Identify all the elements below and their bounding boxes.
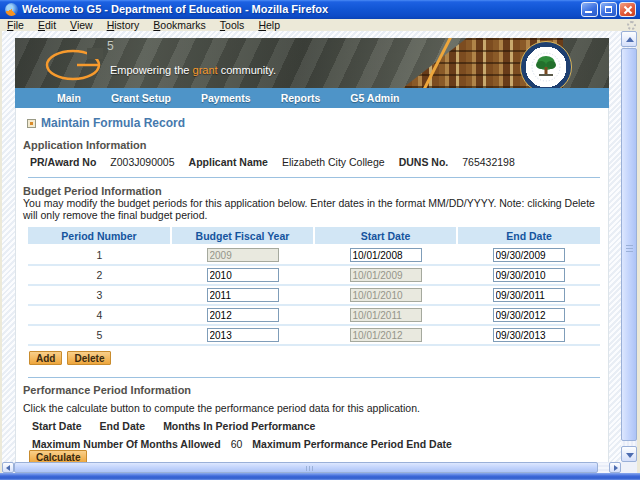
scroll-down-button[interactable] — [621, 446, 637, 462]
g5-logo-icon — [43, 46, 105, 82]
scroll-left-button[interactable] — [2, 462, 14, 473]
tagline-highlight: grant — [193, 64, 218, 76]
section-divider — [28, 377, 600, 378]
nav-main[interactable]: Main — [57, 92, 81, 104]
add-button[interactable]: Add — [29, 351, 62, 365]
end-date-input[interactable] — [493, 248, 565, 262]
performance-labels-row: Start Date End Date Months In Period Per… — [32, 420, 315, 432]
max-end-date-label: Maximum Performance Period End Date — [252, 438, 452, 450]
budget-fiscal-year-input-cell — [171, 265, 314, 285]
nav-grant-setup[interactable]: Grant Setup — [111, 92, 171, 104]
section-divider — [28, 177, 600, 178]
vertical-scrollbar[interactable] — [621, 31, 637, 462]
vertical-scrollbar-thumb[interactable] — [621, 48, 637, 441]
budget-fiscal-year-input[interactable] — [207, 288, 279, 302]
window-bottom-border — [0, 473, 640, 480]
tagline: Empowering the grant community. — [110, 64, 276, 76]
applicant-name-value: Elizabeth City College — [282, 156, 385, 168]
window-title: Welcome to G5 - Department of Education … — [22, 0, 581, 19]
end-date-input-cell — [457, 305, 600, 325]
end-date-input[interactable] — [493, 268, 565, 282]
minimize-button[interactable] — [581, 2, 598, 17]
page-viewport: 5 Empowering the grant community. Main G… — [2, 31, 621, 462]
nav-payments[interactable]: Payments — [201, 92, 251, 104]
browser-window: Welcome to G5 - Department of Education … — [0, 0, 640, 480]
period-number-cell: 2 — [28, 265, 171, 285]
restore-button[interactable] — [600, 2, 617, 17]
start-date-input — [350, 268, 422, 282]
close-button[interactable] — [619, 2, 636, 17]
window-controls — [581, 2, 636, 17]
period-number-cell: 4 — [28, 305, 171, 325]
throbber-icon — [627, 21, 636, 30]
page-content: Maintain Formula Record Application Info… — [15, 108, 609, 462]
g5-logo-sup: 5 — [107, 39, 114, 53]
budget-period-heading: Budget Period Information — [23, 185, 162, 197]
menu-history[interactable]: History — [100, 19, 147, 31]
menu-edit[interactable]: Edit — [31, 19, 63, 31]
nav-g5-admin[interactable]: G5 Admin — [350, 92, 399, 104]
budget-fiscal-year-input-cell — [171, 285, 314, 305]
duns-value: 765432198 — [462, 156, 515, 168]
start-date-input — [350, 328, 422, 342]
max-months-row: Maximum Number Of Months Allowed 60 Maxi… — [32, 438, 452, 450]
pr-award-value: Z003J090005 — [110, 156, 174, 168]
col-start-date: Start Date — [314, 227, 457, 245]
duns-label: DUNS No. — [399, 156, 449, 168]
period-number-cell: 1 — [28, 245, 171, 265]
scroll-right-button[interactable] — [609, 462, 621, 473]
table-row: 5 — [28, 325, 600, 345]
end-date-input[interactable] — [493, 308, 565, 322]
nav-bar: Main Grant Setup Payments Reports G5 Adm… — [15, 88, 609, 108]
application-info-row: PR/Award No Z003J090005 Applicant Name E… — [30, 156, 515, 168]
nav-reports[interactable]: Reports — [281, 92, 321, 104]
col-end-date: End Date — [457, 227, 600, 245]
start-date-input-cell — [314, 285, 457, 305]
title-bar: Welcome to G5 - Department of Education … — [0, 0, 640, 19]
horizontal-scrollbar-thumb[interactable] — [14, 462, 598, 473]
budget-fiscal-year-input[interactable] — [207, 328, 279, 342]
horizontal-scrollbar[interactable] — [2, 462, 621, 473]
budget-fiscal-year-input — [207, 248, 279, 262]
menu-bookmarks[interactable]: Bookmarks — [146, 19, 213, 31]
budget-buttons: Add Delete — [29, 351, 111, 365]
start-date-input-cell — [314, 325, 457, 345]
end-date-input-cell — [457, 265, 600, 285]
end-date-input-cell — [457, 285, 600, 305]
scrollbar-corner — [621, 462, 637, 473]
menu-view[interactable]: View — [63, 19, 100, 31]
start-date-input[interactable] — [350, 248, 422, 262]
months-in-period-label: Months In Period Performance — [163, 420, 315, 432]
budget-fiscal-year-input[interactable] — [207, 268, 279, 282]
end-date-input[interactable] — [493, 288, 565, 302]
menu-tools[interactable]: Tools — [213, 19, 252, 31]
col-period-number: Period Number — [28, 227, 171, 245]
budget-fiscal-year-input-cell — [171, 305, 314, 325]
menu-help[interactable]: Help — [251, 19, 287, 31]
application-information-heading: Application Information — [23, 139, 146, 151]
scroll-up-button[interactable] — [621, 31, 637, 47]
start-date-input-cell — [314, 245, 457, 265]
start-date-input — [350, 308, 422, 322]
delete-button[interactable]: Delete — [67, 351, 111, 365]
menu-file[interactable]: File — [0, 19, 31, 31]
performance-instructions: Click the calculate button to compute th… — [23, 402, 605, 414]
budget-fiscal-year-input[interactable] — [207, 308, 279, 322]
start-date-input — [350, 288, 422, 302]
pr-award-label: PR/Award No — [30, 156, 96, 168]
start-date-input-cell — [314, 265, 457, 285]
period-number-cell: 3 — [28, 285, 171, 305]
budget-table-body: 12345 — [28, 245, 600, 345]
performance-period-heading: Performance Period Information — [23, 384, 191, 396]
col-budget-fiscal-year: Budget Fiscal Year — [171, 227, 314, 245]
table-row: 3 — [28, 285, 600, 305]
calculate-button[interactable]: Calculate — [29, 450, 87, 462]
page-title-text: Maintain Formula Record — [41, 116, 185, 130]
budget-period-table: Period Number Budget Fiscal Year Start D… — [28, 227, 600, 346]
table-row: 2 — [28, 265, 600, 285]
record-icon — [27, 119, 36, 128]
budget-instructions: You may modify the budget periods for th… — [23, 197, 605, 221]
menu-bar: File Edit View History Bookmarks Tools H… — [0, 19, 640, 31]
period-number-cell: 5 — [28, 325, 171, 345]
end-date-input[interactable] — [493, 328, 565, 342]
